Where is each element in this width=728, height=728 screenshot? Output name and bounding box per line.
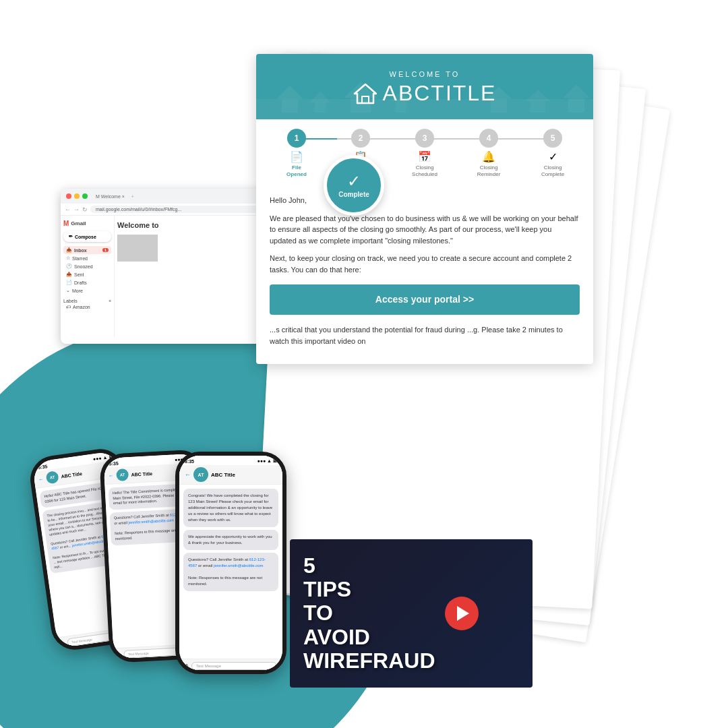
close-dot[interactable]	[66, 193, 71, 199]
phone-right-screen: 8:35 ●●● ▲ ⊠ ← AT ABC Title Congrats! We…	[179, 456, 282, 670]
brand-suffix: TITLE	[431, 81, 496, 105]
sms-bubble-right-1: Congrats! We have completed the closing …	[183, 489, 278, 527]
portal-button[interactable]: Access your portal >>	[270, 284, 580, 315]
more-nav-item[interactable]: ⌄ More	[63, 286, 111, 295]
step-5-number: 5	[551, 133, 555, 143]
address-bar[interactable]: mail.google.com/mail/u/0/#inbox/FMfcg...	[90, 206, 278, 213]
gmail-sidebar: M Gmail ✏ Compose 📥 Inbox 1 ☆ Starred 🕐 …	[61, 216, 115, 337]
email-paragraph-3: ...s critical that you understand the po…	[270, 324, 580, 346]
progress-steps: 1 📄 FileOpened 2 📋 CommitmentComplete 3 …	[256, 119, 593, 184]
gmail-body: M Gmail ✏ Compose 📥 Inbox 1 ☆ Starred 🕐 …	[61, 216, 290, 337]
sms-avatar-right: AT	[193, 467, 208, 482]
minimize-dot[interactable]	[74, 193, 80, 199]
check-icon: ✓	[347, 173, 361, 189]
sms-sender-mid: ABC Title	[131, 471, 152, 477]
step-3-number: 3	[423, 133, 427, 143]
compose-button[interactable]: ✏ Compose	[63, 231, 111, 242]
refresh-btn[interactable]: ↻	[82, 206, 88, 213]
email-greeting: Hello John,	[270, 195, 580, 206]
svg-marker-15	[355, 84, 376, 103]
back-button-right[interactable]: ←	[185, 471, 191, 478]
email-paragraph-1: We are pleased that you've chosen to do …	[270, 213, 580, 247]
step-3-scheduled: 3 📅 ClosingScheduled	[398, 129, 452, 177]
step-5-complete: 5 ✓ ClosingComplete	[526, 129, 580, 177]
complete-badge: ✓ Complete	[324, 155, 384, 216]
complete-circle: ✓ Complete	[324, 155, 384, 216]
svg-rect-16	[362, 96, 369, 103]
sms-input-right[interactable]: Text Message	[191, 662, 277, 670]
step-1-circle: 1	[287, 129, 306, 148]
email-preview-image	[117, 235, 158, 262]
gmail-window: M Welcome × + ← → ↻ mail.google.com/mail…	[61, 189, 290, 344]
email-header: WELCOME TO ABCTITLE	[256, 54, 593, 119]
snoozed-nav-item[interactable]: 🕐 Snoozed	[63, 262, 111, 270]
back-button-mid[interactable]: ←	[108, 473, 113, 479]
video-line-1: 5	[303, 553, 315, 578]
step-4-circle: 4	[479, 129, 498, 148]
amazon-label[interactable]: 🏷 Amazon	[63, 303, 111, 311]
step-3-label: ClosingScheduled	[412, 164, 437, 177]
step-5-label: ClosingComplete	[541, 164, 564, 177]
welcome-text: WELCOME TO	[270, 70, 580, 78]
step-1-file-opened: 1 📄 FileOpened	[270, 129, 324, 177]
step-2-circle: 2	[351, 129, 370, 148]
gmail-titlebar: M Welcome × +	[61, 189, 290, 204]
email-paragraph-2: Next, to keep your closing on track, we …	[270, 253, 580, 275]
inbox-nav-item[interactable]: 📥 Inbox 1	[63, 246, 111, 254]
step-3-icon: 📅	[418, 150, 431, 163]
starred-nav-item[interactable]: ☆ Starred	[63, 254, 111, 262]
inbox-count: 1	[102, 248, 109, 252]
step-5-icon: ✓	[549, 150, 557, 163]
labels-header: Labels +	[63, 299, 111, 303]
gmail-toolbar: ← → ↻ mail.google.com/mail/u/0/#inbox/FM…	[61, 204, 290, 216]
video-line-5: WIREFRAUD	[303, 648, 435, 673]
gmail-logo: M Gmail	[63, 218, 111, 231]
step-3-circle: 3	[415, 129, 434, 148]
step-2-number: 2	[359, 133, 363, 143]
tab-label: M Welcome ×	[96, 194, 125, 199]
sms-body-right: Congrats! We have completed the closing …	[179, 485, 282, 659]
house-logo-icon	[353, 82, 377, 106]
sms-avatar-left: AT	[45, 471, 59, 484]
brand-prefix: ABC	[383, 81, 431, 105]
complete-text: Complete	[338, 191, 369, 198]
phone-right-status-bar: 8:35 ●●● ▲ ⊠	[179, 456, 282, 465]
logo-container: ABCTITLE	[270, 81, 580, 106]
drafts-nav-item[interactable]: 📄 Drafts	[63, 278, 111, 286]
sms-bubble-right-2: We appreciate the opportunity to work wi…	[183, 530, 278, 550]
forward-btn[interactable]: →	[73, 206, 80, 213]
video-line-2: TIPS	[303, 577, 351, 601]
sms-input-bar-right: A Text Message	[179, 659, 282, 670]
step-4-label: ClosingReminder	[477, 164, 501, 177]
back-btn[interactable]: ←	[65, 206, 71, 213]
email-body: Hello John, We are pleased that you've c…	[256, 184, 593, 364]
brand-logo-text: ABCTITLE	[383, 81, 497, 106]
step-4-icon: 🔔	[482, 150, 495, 163]
play-button[interactable]	[445, 597, 479, 630]
sent-nav-item[interactable]: 📤 Sent	[63, 270, 111, 278]
maximize-dot[interactable]	[82, 193, 88, 199]
video-line-4: AVOID	[303, 625, 370, 649]
play-icon	[457, 606, 469, 621]
video-thumbnail[interactable]: 5 TIPS TO AVOID WIREFRAUD	[290, 539, 533, 688]
sms-nav-right: ← AT ABC Title	[179, 465, 282, 485]
step-4-reminder: 4 🔔 ClosingReminder	[462, 129, 516, 177]
sms-sender-left: ABC Title	[61, 471, 82, 479]
step-1-icon: 📄	[290, 150, 303, 163]
sms-bubble-right-3: Questions? Call Jennifer Smith at 612-12…	[183, 553, 278, 591]
sms-avatar-mid: AT	[116, 468, 129, 481]
step-4-number: 4	[487, 133, 491, 143]
add-tab[interactable]: +	[131, 194, 134, 199]
email-document: WELCOME TO ABCTITLE 1 📄 FileOpened 2	[256, 54, 593, 364]
video-line-3: TO	[303, 601, 333, 625]
step-1-label: FileOpened	[286, 164, 307, 177]
video-text: 5 TIPS TO AVOID WIREFRAUD	[290, 541, 449, 686]
step-5-circle: 5	[543, 129, 562, 148]
phone-right: 8:35 ●●● ▲ ⊠ ← AT ABC Title Congrats! We…	[175, 452, 286, 674]
step-1-number: 1	[295, 133, 299, 143]
back-button-left[interactable]: ←	[38, 476, 44, 483]
sms-sender-right: ABC Title	[211, 472, 235, 478]
